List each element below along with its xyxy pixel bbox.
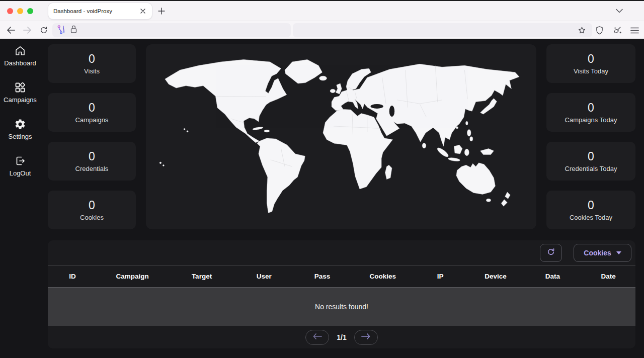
sidebar-item-label: Campaigns	[4, 96, 37, 104]
stat-card-cookies-today: 0 Cookies Today	[546, 191, 635, 229]
dashboard-page: Dashboard Campaigns Settings	[0, 39, 644, 358]
minimize-window-button[interactable]	[17, 8, 23, 14]
tab-close-icon[interactable]	[139, 7, 147, 15]
column-header-pass[interactable]: Pass	[292, 273, 352, 280]
sidebar-item-dashboard[interactable]: Dashboard	[0, 45, 40, 67]
previous-page-button[interactable]	[305, 330, 329, 345]
sidebar-item-label: Settings	[9, 133, 32, 140]
stat-value: 0	[89, 52, 95, 66]
next-page-button[interactable]	[354, 330, 378, 345]
stat-label: Campaigns	[75, 116, 109, 124]
address-bar[interactable]	[52, 23, 291, 37]
column-header-id[interactable]: ID	[48, 273, 97, 280]
column-header-campaign[interactable]: Campaign	[97, 273, 168, 280]
sidebar-item-campaigns[interactable]: Campaigns	[0, 81, 40, 104]
stat-label: Campaigns Today	[565, 116, 617, 124]
clear-data-broom-icon[interactable]	[610, 24, 623, 37]
menu-hamburger-icon[interactable]	[628, 24, 641, 37]
world-map	[157, 54, 524, 219]
stat-card-campaigns-today: 0 Campaigns Today	[546, 93, 635, 132]
gear-icon	[14, 118, 26, 130]
refresh-icon	[546, 247, 555, 258]
browser-toolbar	[0, 21, 644, 39]
logout-icon	[14, 155, 26, 167]
sidebar-item-settings[interactable]: Settings	[0, 118, 40, 140]
shield-icon[interactable]	[593, 24, 606, 37]
dashboard-main: 0 Visits 0 Campaigns 0 Credentials 0 Coo…	[48, 44, 635, 348]
stat-label: Credentials	[75, 165, 109, 172]
arrow-left-icon	[313, 333, 322, 341]
stat-value: 0	[89, 150, 95, 163]
stats-column-today: 0 Visits Today 0 Campaigns Today 0 Crede…	[546, 44, 635, 229]
table-header-row: ID Campaign Target User Pass Cookies IP …	[48, 265, 635, 288]
browser-tab[interactable]: Dashboard - voidProxy	[48, 3, 152, 19]
sidebar: Dashboard Campaigns Settings	[0, 45, 40, 177]
cookies-filter-label: Cookies	[584, 249, 611, 257]
table-empty-row: No results found!	[48, 288, 635, 326]
sidebar-item-label: Dashboard	[4, 59, 36, 67]
cookies-filter-dropdown[interactable]: Cookies	[574, 244, 631, 262]
stat-card-credentials: 0 Credentials	[48, 142, 136, 181]
back-button[interactable]	[4, 24, 17, 37]
stat-value: 0	[588, 52, 594, 66]
zoom-window-button[interactable]	[27, 8, 33, 14]
address-bar-actions	[293, 23, 592, 37]
stat-label: Cookies Today	[570, 214, 612, 221]
column-header-cookies[interactable]: Cookies	[352, 273, 413, 280]
sidebar-item-logout[interactable]: LogOut	[0, 155, 40, 177]
pagination: 1/1	[48, 326, 635, 348]
stats-column-totals: 0 Visits 0 Campaigns 0 Credentials 0 Coo…	[48, 44, 136, 229]
reload-button[interactable]	[37, 24, 50, 37]
stat-card-visits: 0 Visits	[48, 44, 136, 83]
column-header-target[interactable]: Target	[168, 273, 235, 280]
close-window-button[interactable]	[7, 8, 13, 14]
caret-down-icon	[616, 251, 621, 254]
refresh-button[interactable]	[540, 244, 562, 262]
stat-value: 0	[588, 150, 594, 163]
window-controls	[7, 8, 33, 14]
proxy-extension-icon[interactable]	[57, 25, 65, 36]
empty-results-message: No results found!	[315, 303, 368, 311]
results-table-panel: Cookies ID Campaign Target User Pass Coo…	[48, 240, 635, 348]
browser-tab-bar: Dashboard - voidProxy	[0, 1, 644, 21]
column-header-user[interactable]: User	[236, 273, 292, 280]
table-toolbar: Cookies	[48, 240, 635, 265]
stat-label: Credentials Today	[565, 165, 617, 172]
column-header-date[interactable]: Date	[582, 273, 635, 280]
world-map-card	[146, 44, 536, 229]
stat-label: Visits	[84, 67, 100, 75]
stat-value: 0	[588, 199, 594, 212]
tab-list-chevron-down-icon[interactable]	[615, 7, 624, 14]
stat-label: Visits Today	[574, 67, 608, 75]
forward-button[interactable]	[21, 24, 34, 37]
toolbar-right-icons	[593, 24, 641, 37]
category-icon	[14, 81, 26, 94]
lock-icon[interactable]	[70, 25, 77, 36]
stat-value: 0	[588, 101, 594, 115]
stat-value: 0	[89, 101, 95, 115]
new-tab-button[interactable]	[157, 7, 166, 16]
sidebar-item-label: LogOut	[10, 169, 31, 177]
stat-card-visits-today: 0 Visits Today	[546, 44, 635, 83]
stat-card-campaigns: 0 Campaigns	[48, 93, 136, 132]
stat-value: 0	[89, 199, 95, 212]
stat-card-credentials-today: 0 Credentials Today	[546, 142, 635, 181]
column-header-data[interactable]: Data	[524, 273, 581, 280]
stat-label: Cookies	[80, 214, 104, 221]
page-indicator: 1/1	[337, 333, 346, 341]
tab-title: Dashboard - voidProxy	[53, 8, 139, 14]
column-header-device[interactable]: Device	[467, 273, 524, 280]
stat-card-cookies: 0 Cookies	[48, 191, 136, 229]
arrow-right-icon	[361, 333, 370, 341]
home-icon	[14, 45, 26, 57]
bookmark-star-icon[interactable]	[575, 24, 588, 37]
column-header-ip[interactable]: IP	[413, 273, 467, 280]
